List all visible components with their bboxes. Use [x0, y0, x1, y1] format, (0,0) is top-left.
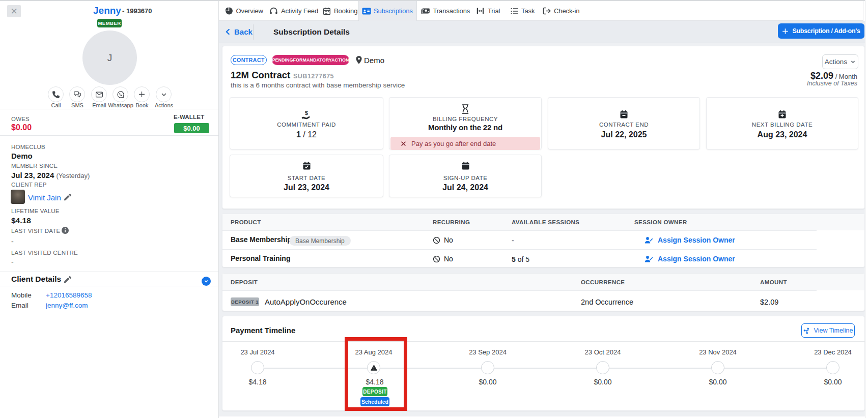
- svg-text:$: $: [305, 110, 308, 116]
